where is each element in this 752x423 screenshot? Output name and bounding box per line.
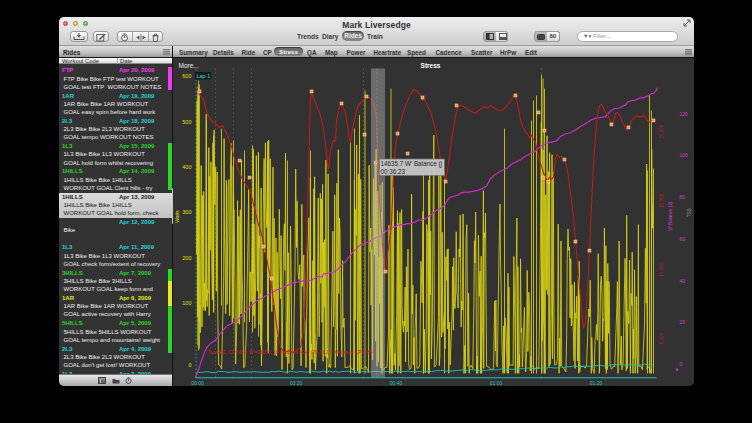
svg-text:10,000: 10,000 [658, 262, 663, 276]
svg-text:01:20: 01:20 [589, 380, 602, 386]
svg-text:01:00: 01:00 [489, 380, 502, 386]
svg-text:80: 80 [679, 193, 685, 199]
svg-text:40: 40 [679, 277, 685, 283]
svg-text:14635.7 W' Balance (j: 14635.7 W' Balance (j [380, 160, 441, 168]
svg-text:120: 120 [679, 110, 688, 116]
svg-text:W' Balance (J): W' Balance (J) [667, 201, 672, 231]
svg-text:0: 0 [188, 361, 191, 367]
svg-text:Watts: Watts [174, 209, 180, 222]
svg-text:00:20: 00:20 [289, 380, 302, 386]
svg-text:Lap 1: Lap 1 [196, 73, 210, 79]
svg-text:00:40: 00:40 [389, 380, 402, 386]
svg-text:500: 500 [182, 118, 191, 124]
svg-text:400: 400 [182, 164, 191, 170]
svg-text:100: 100 [679, 152, 688, 158]
svg-text:100: 100 [182, 300, 191, 306]
svg-text:20,000: 20,000 [658, 124, 663, 138]
svg-text:200: 200 [182, 255, 191, 261]
svg-text:20: 20 [679, 319, 685, 325]
svg-text:0: 0 [679, 360, 682, 366]
svg-text:60: 60 [679, 235, 685, 241]
svg-text:More...: More... [178, 61, 198, 68]
svg-text:600: 600 [182, 73, 191, 79]
svg-text:00:00: 00:00 [191, 380, 204, 386]
svg-text:15,000: 15,000 [658, 193, 663, 207]
svg-text:00:36:23: 00:36:23 [380, 167, 405, 174]
svg-text:5,000: 5,000 [658, 332, 663, 344]
svg-text:Tau=451, CP=260, W'=23000, 18: Tau=451, CP=260, W'=23000, 18 matches >2… [207, 349, 375, 354]
svg-text:Stress: Stress [420, 61, 440, 68]
svg-text:TSS: TSS [686, 208, 691, 217]
svg-text:300: 300 [182, 209, 191, 215]
